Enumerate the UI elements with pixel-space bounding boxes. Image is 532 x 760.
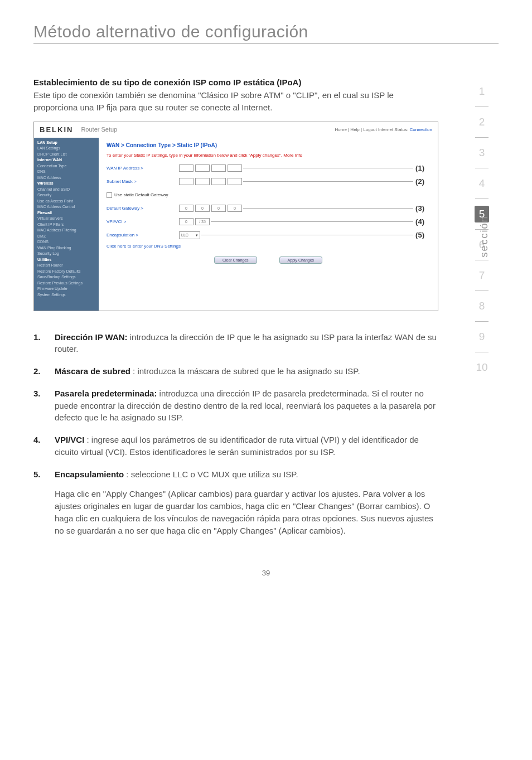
screenshot-sidebar-item[interactable]: MAC Address Control	[37, 204, 95, 210]
callout-number: (2)	[415, 177, 424, 186]
screenshot-sidebar-item[interactable]: Use as Access Point	[37, 199, 95, 205]
screenshot-sidebar-item[interactable]: Channel and SSID	[37, 187, 95, 193]
screenshot-sidebar-item[interactable]: Restore Previous Settings	[37, 280, 95, 287]
screenshot-sidebar-item[interactable]: Utilities	[37, 257, 95, 263]
ip-octet-input[interactable]	[195, 164, 210, 172]
page-title: Método alternativo de configuración	[33, 22, 499, 41]
ip-octet-input[interactable]: 0	[179, 205, 194, 212]
ip-octet-input[interactable]	[211, 164, 226, 172]
ip-octet-input[interactable]: 0	[228, 205, 242, 212]
screenshot-sidebar-item[interactable]: MAC Address	[37, 175, 95, 181]
list-item-number: 4.	[33, 434, 55, 458]
screenshot-sidebar-item[interactable]: Client IP Filters	[37, 222, 95, 228]
checkbox[interactable]	[107, 192, 112, 198]
screenshot-sidebar-item[interactable]: Internet WAN	[37, 157, 95, 163]
ip-octet-input[interactable]: 0	[211, 205, 226, 212]
screenshot-sidebar-item[interactable]: Wireless	[37, 181, 95, 187]
screenshot-breadcrumb: WAN > Connection Type > Static IP (IPoA)	[107, 142, 430, 148]
section-nav-divider	[475, 107, 489, 107]
section-nav-divider	[475, 352, 489, 352]
callout-number: (1)	[415, 164, 424, 172]
select-dropdown[interactable]: LLC ▾	[179, 231, 200, 239]
screenshot-sidebar-item[interactable]: MAC Address Filtering	[37, 227, 95, 234]
screenshot-note: To enter your Static IP settings, type i…	[107, 153, 430, 158]
text-input[interactable]: 0	[179, 218, 194, 225]
router-screenshot: BELKIN Router Setup Home | Help | Logout…	[33, 122, 438, 311]
list-item-term: Encapsulamiento	[55, 469, 124, 479]
screenshot-field-label: Encapsulation >	[107, 233, 179, 238]
screenshot-sidebar-item[interactable]: DHCP Client List	[37, 152, 95, 158]
screenshot-sidebar-item[interactable]: Firmware Update	[37, 286, 95, 292]
screenshot-field-label: VPI/VCI >	[107, 219, 179, 224]
screenshot-sidebar-item[interactable]: WAN Ping Blocking	[37, 245, 95, 251]
list-item-term: Máscara de subred	[55, 366, 130, 376]
screenshot-sidebar-item[interactable]: Security Log	[37, 251, 95, 257]
screenshot-sidebar-item[interactable]: DMZ	[37, 234, 95, 240]
list-item-text: Máscara de subred : introduzca la máscar…	[55, 365, 438, 377]
screenshot-form-row: WAN IP Address >(1)	[107, 163, 430, 173]
section-nav-divider	[475, 291, 489, 291]
callout-number: (3)	[415, 204, 424, 212]
section-nav-2[interactable]: 2	[475, 114, 489, 130]
section-nav-9[interactable]: 9	[475, 328, 489, 345]
list-item-number: 1.	[33, 331, 55, 356]
screenshot-logo: BELKIN	[40, 125, 73, 134]
screenshot-form-row: Encapsulation >LLC ▾(5)	[107, 230, 430, 240]
screenshot-sidebar-item[interactable]: Save/Backup Settings	[37, 274, 95, 280]
list-item-term: Pasarela predeterminada:	[55, 389, 157, 398]
screenshot-sidebar-item[interactable]: Virtual Servers	[37, 216, 95, 222]
ip-octet-input[interactable]	[228, 164, 242, 172]
screenshot-form-row: Subnet Mask >(2)	[107, 177, 430, 187]
callout-number: (4)	[415, 217, 424, 226]
screenshot-form-row: Use static Default Gateway	[107, 190, 430, 200]
ip-octet-input[interactable]	[179, 178, 194, 185]
screenshot-field-label: Use static Default Gateway	[114, 192, 187, 197]
screenshot-form-row: VPI/VCI >0/ 35(4)	[107, 217, 430, 227]
list-item: 3.Pasarela predeterminada: introduzca un…	[33, 388, 438, 424]
section-nav-1[interactable]: 1	[475, 83, 489, 100]
screenshot-sidebar-item[interactable]: DNS	[37, 169, 95, 175]
screenshot-sidebar-item[interactable]: System Settings	[37, 292, 95, 298]
screenshot-sidebar: LAN SetupLAN SettingsDHCP Client ListInt…	[34, 138, 99, 311]
screenshot-dns-link[interactable]: Click here to enter your DNS Settings	[107, 244, 430, 249]
screenshot-sidebar-item[interactable]: Firewall	[37, 210, 95, 216]
section-nav-8[interactable]: 8	[475, 298, 489, 314]
ip-octet-input[interactable]	[228, 178, 242, 185]
follow-paragraph: Haga clic en "Apply Changes" (Aplicar ca…	[55, 488, 438, 536]
title-rule	[33, 43, 499, 44]
text-input[interactable]: / 35	[195, 218, 210, 225]
section-nav-divider	[475, 321, 489, 322]
section-nav-divider	[475, 199, 489, 199]
section-nav-7[interactable]: 7	[475, 267, 489, 284]
rotated-section-label: sección	[478, 216, 490, 258]
list-item-text: Pasarela predeterminada: introduzca una …	[55, 388, 438, 424]
apply-changes-button[interactable]: Apply Changes	[279, 256, 322, 264]
page-number: 39	[33, 569, 499, 577]
list-item: 1.Dirección IP WAN: introduzca la direcc…	[33, 331, 438, 356]
section-heading: Establecimiento de su tipo de conexión I…	[33, 78, 438, 87]
section-nav-3[interactable]: 3	[475, 144, 489, 161]
screenshot-sidebar-item[interactable]: LAN Settings	[37, 146, 95, 152]
screenshot-sidebar-item[interactable]: DDNS	[37, 239, 95, 245]
ip-octet-input[interactable]: 0	[195, 205, 210, 212]
screenshot-field-label: WAN IP Address >	[107, 166, 179, 171]
list-item-number: 2.	[33, 365, 55, 377]
section-nav-divider	[475, 260, 489, 260]
ip-octet-input[interactable]	[195, 178, 210, 185]
ip-octet-input[interactable]	[211, 178, 226, 185]
screenshot-sidebar-item[interactable]: Security	[37, 192, 95, 199]
ip-octet-input[interactable]	[179, 164, 194, 172]
screenshot-sidebar-item[interactable]: Restore Factory Defaults	[37, 269, 95, 275]
screenshot-sidebar-item[interactable]: LAN Setup	[37, 140, 95, 146]
intro-paragraph: Este tipo de conexión también se denomin…	[33, 89, 438, 114]
screenshot-sidebar-item[interactable]: Connection Type	[37, 163, 95, 170]
screenshot-sidebar-item[interactable]: Restart Router	[37, 263, 95, 269]
list-item-number: 3.	[33, 388, 55, 424]
section-nav-4[interactable]: 4	[475, 175, 489, 192]
list-item-term: Dirección IP WAN:	[55, 332, 128, 342]
clear-changes-button[interactable]: Clear Changes	[214, 256, 257, 264]
list-item-text: VPI/VCI : ingrese aquí los parámetros de…	[55, 434, 438, 458]
screenshot-subtitle: Router Setup	[81, 126, 117, 133]
section-nav-divider	[475, 168, 489, 168]
section-nav-10[interactable]: 10	[475, 359, 489, 376]
